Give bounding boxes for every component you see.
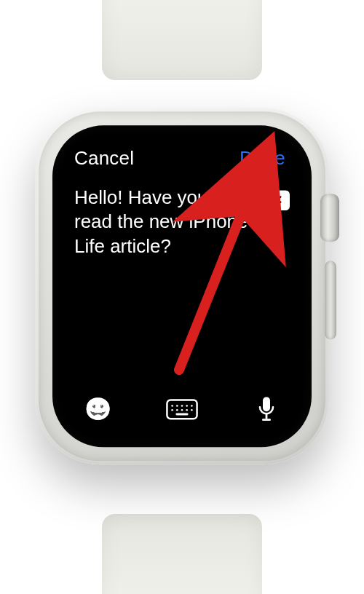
svg-point-10 <box>191 409 193 411</box>
watch-screen: Cancel Done Hello! Have you read the new… <box>52 125 312 447</box>
svg-point-7 <box>176 409 178 411</box>
microphone-icon <box>258 397 274 421</box>
svg-point-4 <box>186 405 188 407</box>
digital-crown[interactable] <box>320 194 339 242</box>
watch-band-bottom <box>102 514 262 594</box>
side-button[interactable] <box>325 261 336 339</box>
cancel-button[interactable]: Cancel <box>74 147 134 170</box>
input-toolbar: 😀 <box>74 390 290 429</box>
watch-body: Cancel Done Hello! Have you read the new… <box>35 108 329 464</box>
nav-bar: Cancel Done <box>74 147 290 170</box>
svg-point-5 <box>191 405 193 407</box>
svg-rect-12 <box>263 397 270 411</box>
backspace-icon: ✕ <box>273 194 282 206</box>
svg-rect-11 <box>175 413 188 416</box>
dictation-button[interactable] <box>250 395 282 424</box>
svg-rect-13 <box>266 413 268 419</box>
backspace-button[interactable]: ✕ <box>261 190 290 210</box>
keyboard-icon <box>166 398 198 420</box>
emoji-icon: 😀 <box>84 398 111 420</box>
svg-point-6 <box>171 409 173 411</box>
watch-band-top <box>102 0 262 80</box>
compose-area: Hello! Have you read the new iPhone Life… <box>74 186 290 390</box>
svg-rect-14 <box>262 419 271 421</box>
svg-point-2 <box>176 405 178 407</box>
message-text[interactable]: Hello! Have you read the new iPhone Life… <box>74 186 250 258</box>
done-button[interactable]: Done <box>240 147 290 170</box>
svg-point-3 <box>181 405 183 407</box>
svg-point-1 <box>171 405 173 407</box>
svg-point-9 <box>186 409 188 411</box>
svg-point-8 <box>181 409 183 411</box>
keyboard-button[interactable] <box>166 395 198 424</box>
emoji-button[interactable]: 😀 <box>82 395 114 424</box>
